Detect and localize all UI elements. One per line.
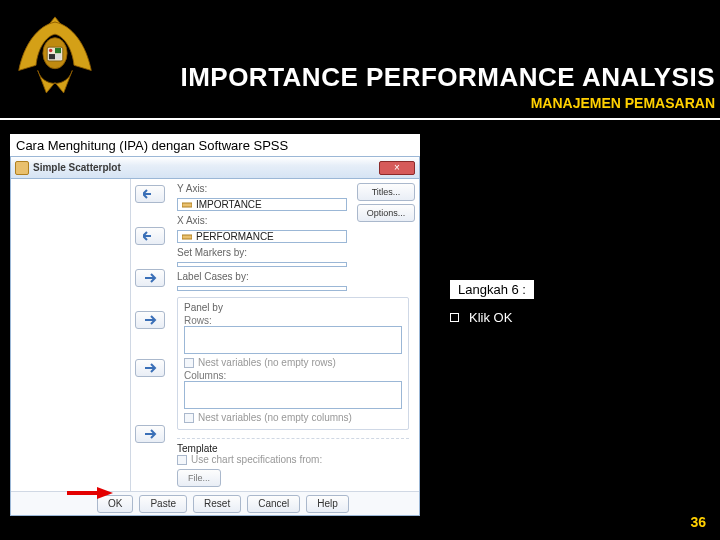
move-cols-button[interactable]: [135, 425, 165, 443]
title-divider: [0, 118, 720, 120]
template-title: Template: [177, 443, 409, 454]
dialog-app-icon: [15, 161, 29, 175]
spss-dialog: Simple Scatterplot × Titles.: [10, 156, 420, 516]
rows-nest-row: Nest variables (no empty rows): [184, 357, 402, 368]
options-button[interactable]: Options...: [357, 204, 415, 222]
yaxis-value: IMPORTANCE: [196, 199, 262, 210]
move-labelcases-button[interactable]: [135, 311, 165, 329]
use-spec-label: Use chart specifications from:: [191, 454, 322, 465]
svg-point-2: [49, 49, 52, 52]
dialog-title: Simple Scatterplot: [33, 162, 121, 173]
variable-source-list[interactable]: [11, 179, 131, 491]
red-arrow-annotation: [67, 486, 113, 500]
slide-title: IMPORTANCE PERFORMANCE ANALYSIS: [175, 62, 715, 93]
step-label: Langkah 6 :: [450, 280, 534, 299]
xaxis-field[interactable]: PERFORMANCE: [177, 230, 347, 243]
markers-field[interactable]: [177, 262, 347, 267]
page-number: 36: [690, 514, 706, 530]
yaxis-field[interactable]: IMPORTANCE: [177, 198, 347, 211]
move-y-button[interactable]: [135, 185, 165, 203]
svg-rect-6: [182, 203, 192, 207]
ruler-icon: [182, 200, 192, 210]
garuda-emblem: [10, 10, 100, 105]
markers-label: Set Markers by:: [177, 247, 413, 258]
svg-rect-5: [55, 54, 61, 59]
cols-nest-label: Nest variables (no empty columns): [198, 412, 352, 423]
cols-label: Columns:: [184, 370, 402, 381]
rows-listbox[interactable]: [184, 326, 402, 354]
labelcases-field[interactable]: [177, 286, 347, 291]
dialog-footer: OK Paste Reset Cancel Help: [11, 491, 419, 515]
dialog-right: Titles... Options... Y Axis: IMPORTANCE …: [171, 179, 419, 491]
svg-rect-7: [182, 235, 192, 239]
dialog-titlebar: Simple Scatterplot ×: [11, 157, 419, 179]
svg-rect-4: [49, 54, 55, 59]
dialog-side-buttons: Titles... Options...: [357, 183, 415, 222]
cols-listbox[interactable]: [184, 381, 402, 409]
dialog-close-button[interactable]: ×: [379, 161, 415, 175]
step-item-1: Klik OK: [469, 310, 512, 325]
rows-nest-label: Nest variables (no empty rows): [198, 357, 336, 368]
rows-label: Rows:: [184, 315, 402, 326]
labelcases-label: Label Cases by:: [177, 271, 413, 282]
use-spec-checkbox[interactable]: [177, 455, 187, 465]
cols-nest-row: Nest variables (no empty columns): [184, 412, 402, 423]
move-markers-button[interactable]: [135, 269, 165, 287]
bullet-square-icon: [450, 313, 459, 322]
ruler-icon: [182, 232, 192, 242]
panel-by-group: Panel by Rows: Nest variables (no empty …: [177, 297, 409, 430]
slide-caption: Cara Menghitung (IPA) dengan Software SP…: [10, 134, 420, 157]
svg-rect-3: [55, 48, 61, 53]
slide-subtitle: MANAJEMEN PEMASARAN: [175, 95, 715, 111]
template-file-button[interactable]: File...: [177, 469, 221, 487]
cancel-button[interactable]: Cancel: [247, 495, 300, 513]
step-bullet: Klik OK: [450, 310, 512, 325]
move-x-button[interactable]: [135, 227, 165, 245]
reset-button[interactable]: Reset: [193, 495, 241, 513]
slide: IMPORTANCE PERFORMANCE ANALYSIS MANAJEME…: [0, 0, 720, 540]
panel-by-title: Panel by: [184, 302, 402, 313]
help-button[interactable]: Help: [306, 495, 349, 513]
cols-nest-checkbox[interactable]: [184, 413, 194, 423]
transfer-buttons: [131, 179, 171, 491]
paste-button[interactable]: Paste: [139, 495, 187, 513]
move-rows-button[interactable]: [135, 359, 165, 377]
template-group: Template Use chart specifications from: …: [177, 438, 409, 487]
dialog-body: Titles... Options... Y Axis: IMPORTANCE …: [11, 179, 419, 491]
xaxis-value: PERFORMANCE: [196, 231, 274, 242]
titles-button[interactable]: Titles...: [357, 183, 415, 201]
rows-nest-checkbox[interactable]: [184, 358, 194, 368]
